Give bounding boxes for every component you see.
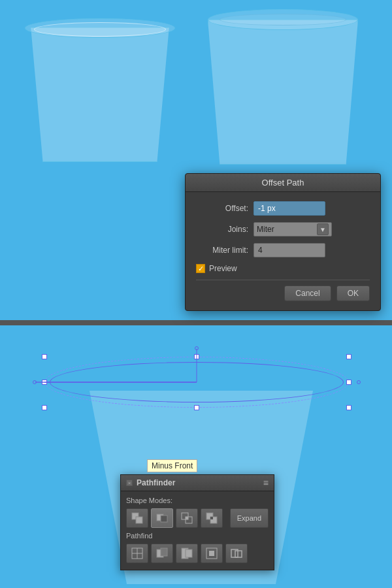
dialog-title: Offset Path [262, 178, 304, 188]
pathfind-section: Pathfind [126, 532, 269, 563]
close-icon: × [128, 480, 131, 486]
outline-icon [230, 547, 243, 560]
dialog-titlebar: Offset Path [186, 174, 380, 192]
curve-handle-top[interactable] [195, 346, 199, 350]
minus-front-button[interactable] [151, 508, 173, 528]
handle-mid-right[interactable] [346, 380, 351, 385]
preview-label: Preview [209, 264, 237, 273]
merge-icon [180, 547, 193, 560]
pathfinder-title-left: × Pathfinder [126, 478, 175, 487]
curve-handle-right[interactable] [357, 380, 361, 384]
joins-row: Joins: Miter ▼ [196, 222, 370, 237]
pathfinder-body: Shape Modes: [121, 491, 274, 570]
svg-rect-10 [186, 517, 188, 519]
shape-modes-label: Shape Modes: [126, 497, 269, 504]
pathfind-label: Pathfind [126, 532, 269, 540]
handle-mid-left[interactable] [42, 380, 47, 385]
pathfinder-menu-button[interactable]: ≡ [263, 478, 269, 488]
exclude-icon [205, 512, 218, 525]
cancel-button[interactable]: Cancel [284, 286, 331, 301]
handle-bottom-left[interactable] [42, 405, 47, 410]
pathfind-buttons [126, 544, 269, 563]
handle-top-left[interactable] [42, 354, 47, 359]
ok-button[interactable]: OK [336, 286, 370, 301]
joins-label: Joins: [196, 225, 248, 234]
minus-front-icon [155, 512, 169, 525]
cup-right-inner-ellipse [220, 14, 346, 25]
outline-button[interactable] [225, 544, 248, 563]
miter-input[interactable] [253, 243, 325, 257]
svg-rect-5 [136, 517, 142, 523]
shape-modes-buttons: Expand [126, 508, 269, 528]
offset-path-dialog: Offset Path Offset: Joins: Miter ▼ Miter… [185, 173, 381, 311]
handle-bottom-right[interactable] [346, 405, 351, 410]
merge-button[interactable] [176, 544, 198, 563]
preview-row: ✓ Preview [196, 264, 370, 273]
cup-left-body [25, 27, 175, 162]
svg-rect-7 [161, 515, 167, 522]
pathfinder-title-text: Pathfinder [137, 478, 175, 487]
pathfinder-close-button[interactable]: × [126, 480, 133, 486]
checkmark-icon: ✓ [198, 265, 204, 272]
svg-rect-13 [210, 517, 213, 519]
unite-icon [131, 512, 144, 525]
expand-button[interactable]: Expand [230, 508, 269, 528]
cup-right [208, 9, 358, 165]
cup-left-inner-ellipse [34, 22, 166, 37]
panel-divider [0, 320, 392, 325]
handle-top-right[interactable] [346, 354, 351, 359]
cup-right-body [208, 20, 358, 165]
divide-button[interactable] [126, 544, 148, 563]
top-panel: Offset Path Offset: Joins: Miter ▼ Miter… [0, 0, 392, 320]
pathfinder-panel: × Pathfinder ≡ Shape Modes: [120, 474, 274, 570]
trim-button[interactable] [151, 544, 173, 563]
exclude-button[interactable] [201, 508, 223, 528]
trim-icon [155, 547, 169, 560]
dialog-buttons: Cancel OK [196, 280, 370, 301]
handle-top-center[interactable] [194, 354, 199, 359]
offset-input[interactable] [253, 201, 325, 216]
cup-left [25, 18, 175, 162]
svg-rect-22 [209, 551, 214, 556]
crop-button[interactable] [201, 544, 223, 563]
pathfinder-titlebar: × Pathfinder ≡ [121, 475, 274, 491]
unite-button[interactable] [126, 508, 148, 528]
preview-checkbox[interactable]: ✓ [196, 264, 205, 273]
svg-rect-20 [186, 549, 192, 557]
crop-icon [205, 547, 218, 560]
divide-icon [131, 547, 144, 560]
svg-rect-24 [235, 551, 242, 557]
ellipse-inner-stroke [50, 362, 344, 402]
curve-handle-left[interactable] [33, 380, 37, 384]
dialog-body: Offset: Joins: Miter ▼ Miter limit: ✓ Pr… [186, 192, 380, 310]
intersect-button[interactable] [176, 508, 198, 528]
joins-select[interactable]: Miter ▼ [253, 222, 332, 237]
offset-row: Offset: [196, 201, 370, 216]
bottom-panel: × Pathfinder ≡ Shape Modes: [0, 325, 392, 588]
joins-arrow[interactable]: ▼ [317, 223, 329, 235]
offset-label: Offset: [196, 204, 248, 213]
joins-value: Miter [257, 225, 317, 234]
svg-rect-18 [161, 548, 167, 556]
ellipse-selection [44, 357, 349, 408]
miter-label: Miter limit: [196, 246, 248, 255]
intersect-icon [180, 512, 193, 525]
handle-bottom-center[interactable] [194, 405, 199, 410]
miter-row: Miter limit: [196, 243, 370, 257]
